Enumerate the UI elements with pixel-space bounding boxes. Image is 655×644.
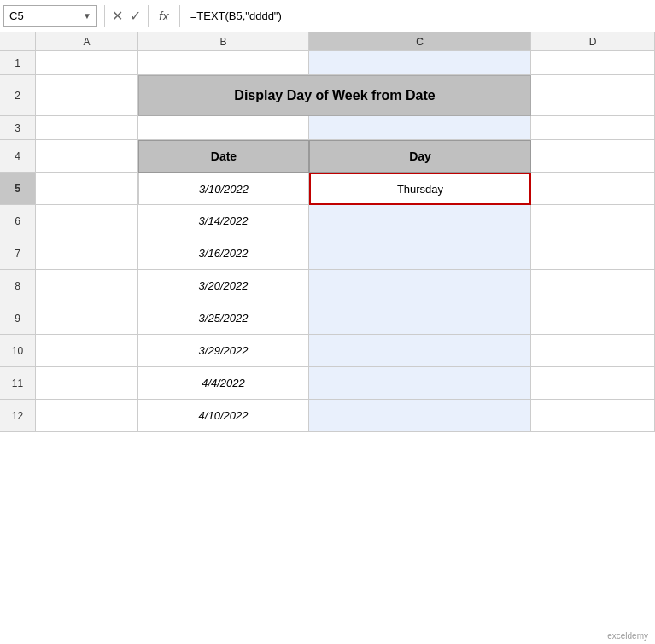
cell-d9[interactable] <box>531 302 655 335</box>
cell-d10[interactable] <box>531 335 655 367</box>
table-row: 1 <box>0 51 655 75</box>
cell-d6[interactable] <box>531 205 655 237</box>
cell-b3[interactable] <box>138 116 309 140</box>
row-number[interactable]: 4 <box>0 140 36 173</box>
table-row: 7 3/16/2022 <box>0 237 655 270</box>
row-number[interactable]: 11 <box>0 367 36 400</box>
cell-c5-selected[interactable]: Thursday <box>309 173 531 205</box>
cell-c12[interactable] <box>309 400 531 432</box>
cell-b6[interactable]: 3/14/2022 <box>138 205 309 237</box>
formula-bar: C5 ▼ ✕ ✓ fx =TEXT(B5,"dddd") <box>0 0 655 32</box>
cell-c10[interactable] <box>309 335 531 367</box>
cell-b10[interactable]: 3/29/2022 <box>138 335 309 367</box>
table-row: 3 <box>0 116 655 140</box>
column-headers-row: A B C D <box>0 32 655 51</box>
table-row: 5 3/10/2022 Thursday <box>0 173 655 205</box>
table-row: 11 4/4/2022 <box>0 367 655 400</box>
col-header-a[interactable]: A <box>36 32 138 51</box>
fx-label: fx <box>159 9 169 23</box>
cell-d11[interactable] <box>531 367 655 400</box>
row-number[interactable]: 10 <box>0 335 36 367</box>
cell-c6[interactable] <box>309 205 531 237</box>
col-header-d[interactable]: D <box>531 32 655 51</box>
cell-c9[interactable] <box>309 302 531 335</box>
formula-bar-divider3 <box>179 5 180 27</box>
row-number[interactable]: 7 <box>0 237 36 270</box>
cell-a11[interactable] <box>36 367 138 400</box>
row-number[interactable]: 9 <box>0 302 36 335</box>
spreadsheet: A B C D 1 2 Display Day of Week from Dat… <box>0 32 655 432</box>
formula-input[interactable]: =TEXT(B5,"dddd") <box>187 8 652 24</box>
row-number[interactable]: 2 <box>0 75 36 116</box>
cell-a5[interactable] <box>36 173 138 205</box>
cell-b12[interactable]: 4/10/2022 <box>138 400 309 432</box>
cell-c7[interactable] <box>309 237 531 270</box>
title-cell: Display Day of Week from Date <box>138 75 531 116</box>
cell-b5[interactable]: 3/10/2022 <box>138 173 309 205</box>
col-header-c[interactable]: C <box>309 32 531 51</box>
cell-b7[interactable]: 3/16/2022 <box>138 237 309 270</box>
cell-a8[interactable] <box>36 270 138 302</box>
table-row: 6 3/14/2022 <box>0 205 655 237</box>
row-number[interactable]: 3 <box>0 116 36 140</box>
cell-a6[interactable] <box>36 205 138 237</box>
cell-c8[interactable] <box>309 270 531 302</box>
cell-a2[interactable] <box>36 75 138 116</box>
watermark: exceldemy <box>607 631 648 641</box>
cell-a4[interactable] <box>36 140 138 173</box>
cell-a9[interactable] <box>36 302 138 335</box>
row-number[interactable]: 12 <box>0 400 36 432</box>
cell-b8[interactable]: 3/20/2022 <box>138 270 309 302</box>
cell-a7[interactable] <box>36 237 138 270</box>
day-header[interactable]: Day <box>309 140 531 173</box>
cell-b1[interactable] <box>138 51 309 75</box>
cell-reference-box[interactable]: C5 ▼ <box>3 5 97 27</box>
cell-a12[interactable] <box>36 400 138 432</box>
cell-d12[interactable] <box>531 400 655 432</box>
cell-d1[interactable] <box>531 51 655 75</box>
table-row: 12 4/10/2022 <box>0 400 655 432</box>
cell-d4[interactable] <box>531 140 655 173</box>
cell-d3[interactable] <box>531 116 655 140</box>
table-row: 9 3/25/2022 <box>0 302 655 335</box>
row-number[interactable]: 1 <box>0 51 36 75</box>
cell-d8[interactable] <box>531 270 655 302</box>
cell-b11[interactable]: 4/4/2022 <box>138 367 309 400</box>
cell-d5[interactable] <box>531 173 655 205</box>
cell-c1[interactable] <box>309 51 531 75</box>
cell-a3[interactable] <box>36 116 138 140</box>
date-header[interactable]: Date <box>138 140 309 173</box>
table-row: 10 3/29/2022 <box>0 335 655 367</box>
corner-spacer <box>0 32 36 51</box>
table-row: 2 Display Day of Week from Date <box>0 75 655 116</box>
formula-bar-divider <box>104 5 105 27</box>
cell-a10[interactable] <box>36 335 138 367</box>
cell-b9[interactable]: 3/25/2022 <box>138 302 309 335</box>
formula-icons: ✕ ✓ <box>112 8 141 24</box>
row-number[interactable]: 6 <box>0 205 36 237</box>
cell-d2[interactable] <box>531 75 655 116</box>
cell-a1[interactable] <box>36 51 138 75</box>
cell-d7[interactable] <box>531 237 655 270</box>
formula-bar-divider2 <box>148 5 149 27</box>
cell-c11[interactable] <box>309 367 531 400</box>
confirm-icon[interactable]: ✓ <box>130 8 141 24</box>
row-number-active[interactable]: 5 <box>0 173 36 205</box>
table-row: 4 Date Day <box>0 140 655 173</box>
cancel-icon[interactable]: ✕ <box>112 8 123 24</box>
cell-ref-label: C5 <box>9 9 24 22</box>
row-number[interactable]: 8 <box>0 270 36 302</box>
cell-c3[interactable] <box>309 116 531 140</box>
cell-ref-chevron[interactable]: ▼ <box>83 11 91 20</box>
table-row: 8 3/20/2022 <box>0 270 655 302</box>
col-header-b[interactable]: B <box>138 32 309 51</box>
